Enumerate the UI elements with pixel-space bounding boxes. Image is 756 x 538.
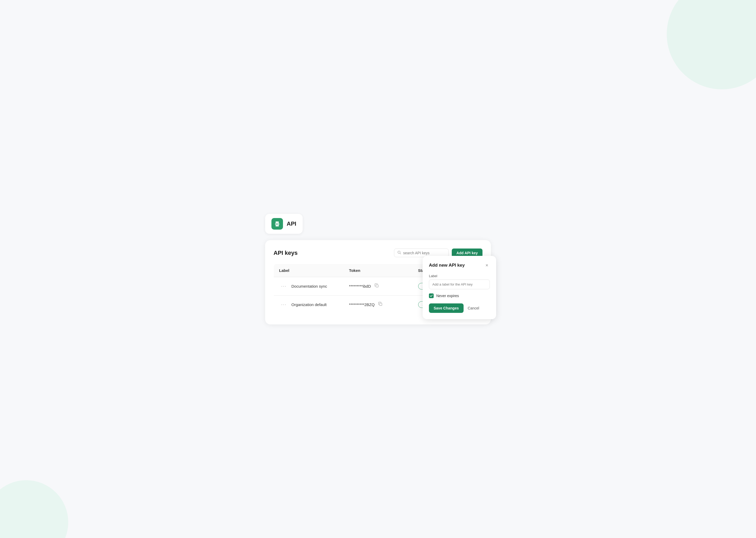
svg-rect-7 [376, 285, 378, 287]
main-card: API keys Add API key Label [265, 240, 491, 324]
search-input[interactable] [403, 251, 445, 255]
row-1-more-dots[interactable]: ··· [279, 301, 289, 308]
decorative-circle-bottom-left [0, 480, 68, 538]
svg-rect-8 [380, 303, 382, 305]
never-expires-label: Never expires [436, 294, 459, 298]
label-input[interactable] [429, 280, 490, 289]
row-1-label: ··· Organization default [274, 295, 344, 314]
row-0-more-dots[interactable]: ··· [279, 282, 289, 290]
cancel-button[interactable]: Cancel [467, 303, 480, 313]
row-1-label-text: Organization default [291, 302, 327, 307]
save-changes-button[interactable]: Save Changes [429, 303, 464, 313]
never-expires-row: Never expires [429, 294, 490, 298]
app-header-card: API [265, 214, 303, 234]
search-icon [398, 250, 401, 255]
app-title: API [287, 220, 296, 227]
col-token: Token [344, 264, 413, 277]
svg-rect-2 [276, 224, 276, 224]
checkbox-check-icon [430, 294, 433, 297]
side-panel-title: Add new API key [429, 263, 465, 268]
label-form-group: Label [429, 274, 490, 289]
side-panel: Add new API key × Label Never expires Sa… [423, 256, 496, 319]
page-wrapper: API API keys Add API key [260, 209, 496, 330]
api-icon-svg [274, 221, 280, 227]
row-0-token: *********ibdD [344, 277, 413, 295]
never-expires-checkbox[interactable] [429, 294, 434, 298]
label-field-label: Label [429, 274, 490, 278]
col-label: Label [274, 264, 344, 277]
app-icon [271, 218, 283, 230]
row-1-copy-icon[interactable] [377, 301, 384, 308]
svg-line-6 [400, 253, 401, 254]
row-0-copy-icon[interactable] [374, 282, 380, 290]
decorative-circle-top-right [667, 0, 756, 89]
panel-actions: Save Changes Cancel [429, 303, 490, 313]
row-1-token: **********2BZQ [344, 295, 413, 314]
row-0-label: ··· Documentation sync [274, 277, 344, 295]
svg-rect-4 [276, 225, 279, 227]
svg-rect-0 [276, 221, 279, 223]
row-0-token-value: *********ibdD [349, 284, 371, 289]
row-1-token-value: **********2BZQ [349, 302, 375, 307]
row-0-label-text: Documentation sync [291, 284, 327, 289]
svg-rect-3 [277, 224, 277, 224]
close-panel-button[interactable]: × [484, 262, 490, 269]
page-title: API keys [273, 249, 298, 256]
side-panel-header: Add new API key × [429, 262, 490, 269]
